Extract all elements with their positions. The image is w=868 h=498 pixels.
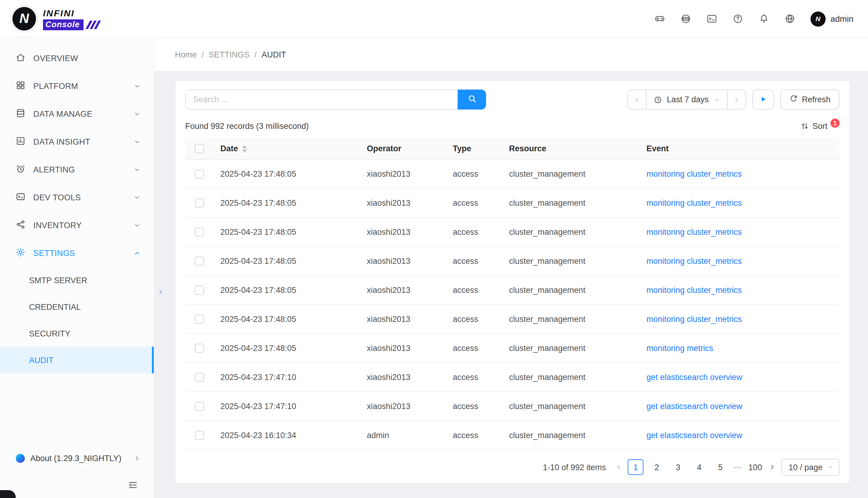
column-header-date[interactable]: Date bbox=[213, 144, 360, 153]
sidebar-item-alerting[interactable]: ALERTING bbox=[0, 156, 154, 183]
page-button-5[interactable]: 5 bbox=[712, 459, 728, 475]
row-checkbox[interactable] bbox=[195, 257, 204, 266]
sidebar-item-overview[interactable]: OVERVIEW bbox=[0, 44, 154, 72]
refresh-label: Refresh bbox=[802, 95, 830, 104]
table-row[interactable]: 2025-04-23 17:48:05 xiaoshi2013 access c… bbox=[185, 276, 840, 305]
page-button-3[interactable]: 3 bbox=[670, 459, 686, 475]
console-icon bbox=[16, 192, 25, 203]
cell-date: 2025-04-23 17:48:05 bbox=[213, 169, 360, 179]
page-button-4[interactable]: 4 bbox=[691, 459, 707, 475]
user-menu[interactable]: N admin bbox=[811, 11, 854, 26]
event-link[interactable]: monitoring cluster_metrics bbox=[646, 198, 742, 208]
table-row[interactable]: 2025-04-23 17:48:05 xiaoshi2013 access c… bbox=[185, 305, 840, 334]
terminal-icon[interactable] bbox=[707, 13, 717, 24]
sidebar-item-smtp-server[interactable]: SMTP SERVER bbox=[0, 267, 154, 293]
event-link[interactable]: monitoring cluster_metrics bbox=[646, 227, 742, 237]
page-button-2[interactable]: 2 bbox=[649, 459, 665, 475]
sidebar-item-inventory[interactable]: INVENTORY bbox=[0, 211, 154, 239]
cell-type: access bbox=[445, 198, 502, 208]
table-row[interactable]: 2025-04-23 17:47:10 xiaoshi2013 access c… bbox=[185, 392, 840, 421]
sort-label: Sort bbox=[812, 122, 827, 131]
cell-resource: cluster_management bbox=[502, 431, 639, 440]
event-link[interactable]: monitoring metrics bbox=[646, 344, 713, 353]
sidebar-item-data-manage[interactable]: DATA MANAGE bbox=[0, 100, 154, 128]
gamepad-icon[interactable] bbox=[654, 13, 665, 24]
event-link[interactable]: monitoring cluster_metrics bbox=[646, 169, 742, 179]
chevron-down-icon bbox=[713, 96, 720, 103]
table-row[interactable]: 2025-04-23 17:48:05 xiaoshi2013 access c… bbox=[185, 334, 840, 363]
web-icon[interactable] bbox=[681, 13, 691, 24]
cell-resource: cluster_management bbox=[502, 373, 639, 382]
prev-page-button[interactable] bbox=[615, 463, 622, 471]
time-range-prev-button[interactable] bbox=[627, 90, 646, 109]
column-header-event: Event bbox=[639, 144, 840, 153]
user-avatar: N bbox=[811, 11, 826, 26]
breadcrumb-home[interactable]: Home bbox=[175, 50, 197, 59]
cell-date: 2025-04-23 17:47:10 bbox=[213, 373, 360, 382]
refresh-button[interactable]: Refresh bbox=[780, 90, 840, 109]
event-link[interactable]: get elasticsearch overview bbox=[646, 431, 742, 440]
cell-date: 2025-04-23 17:48:05 bbox=[213, 257, 360, 266]
page-button-100[interactable]: 100 bbox=[747, 459, 763, 475]
sidebar-item-settings[interactable]: SETTINGS bbox=[0, 239, 154, 267]
table-row[interactable]: 2025-04-23 17:47:10 xiaoshi2013 access c… bbox=[185, 363, 840, 392]
event-link[interactable]: get elasticsearch overview bbox=[646, 402, 742, 411]
language-icon[interactable] bbox=[785, 13, 795, 24]
page-button-1[interactable]: 1 bbox=[628, 459, 644, 475]
event-link[interactable]: get elasticsearch overview bbox=[646, 373, 742, 382]
table-row[interactable]: 2025-04-23 16:10:34 admin access cluster… bbox=[185, 421, 840, 450]
row-checkbox[interactable] bbox=[195, 169, 204, 179]
notification-icon[interactable] bbox=[759, 13, 769, 24]
row-checkbox[interactable] bbox=[195, 402, 204, 411]
row-checkbox[interactable] bbox=[195, 373, 204, 382]
table-row[interactable]: 2025-04-23 17:48:05 xiaoshi2013 access c… bbox=[185, 218, 840, 247]
time-range-select[interactable]: Last 7 days bbox=[646, 90, 727, 109]
table-row[interactable]: 2025-04-23 17:48:05 xiaoshi2013 access c… bbox=[185, 189, 840, 218]
help-icon[interactable] bbox=[733, 13, 743, 24]
page-ellipsis[interactable]: ••• bbox=[734, 464, 742, 471]
chevron-down-icon bbox=[134, 110, 140, 117]
panel-expand-handle[interactable]: › bbox=[156, 283, 165, 301]
row-checkbox[interactable] bbox=[195, 431, 204, 440]
gear-icon bbox=[16, 247, 25, 259]
cell-type: access bbox=[445, 373, 502, 382]
app-root: N INFINI Console bbox=[0, 0, 868, 498]
row-checkbox[interactable] bbox=[195, 286, 204, 295]
table-row[interactable]: 2025-04-23 17:48:05 xiaoshi2013 access c… bbox=[185, 160, 840, 189]
sidebar-item-audit[interactable]: AUDIT bbox=[0, 347, 154, 374]
breadcrumb-current: AUDIT bbox=[261, 50, 286, 59]
table-row[interactable]: 2025-04-23 17:48:05 xiaoshi2013 access c… bbox=[185, 247, 840, 276]
time-range-next-button[interactable] bbox=[727, 90, 746, 109]
sort-control[interactable]: Sort 1 bbox=[800, 122, 840, 131]
cell-operator: xiaoshi2013 bbox=[360, 344, 445, 353]
sidebar-item-data-insight[interactable]: DATA INSIGHT bbox=[0, 128, 154, 156]
auto-refresh-play-button[interactable] bbox=[752, 90, 774, 109]
cell-type: access bbox=[445, 315, 502, 324]
event-link[interactable]: monitoring cluster_metrics bbox=[646, 257, 742, 266]
row-checkbox[interactable] bbox=[195, 198, 204, 208]
select-all-checkbox[interactable] bbox=[195, 144, 204, 153]
share-icon bbox=[16, 219, 25, 231]
page-size-select[interactable]: 10 / page bbox=[781, 459, 840, 476]
chevron-right-icon bbox=[134, 455, 140, 461]
row-checkbox[interactable] bbox=[195, 344, 204, 353]
page-size-value: 10 / page bbox=[788, 463, 822, 472]
search-input[interactable] bbox=[185, 90, 457, 109]
clock-icon bbox=[653, 95, 662, 104]
sidebar-item-credential[interactable]: CREDENTIAL bbox=[0, 293, 154, 320]
event-link[interactable]: monitoring cluster_metrics bbox=[646, 315, 742, 324]
app-logo[interactable]: N INFINI Console bbox=[11, 5, 99, 32]
search-button[interactable] bbox=[457, 90, 486, 109]
sidebar-item-platform[interactable]: PLATFORM bbox=[0, 72, 154, 100]
event-link[interactable]: monitoring cluster_metrics bbox=[646, 286, 742, 295]
row-checkbox[interactable] bbox=[195, 227, 204, 237]
sidebar-item-security[interactable]: SECURITY bbox=[0, 320, 154, 347]
menu-fold-icon[interactable] bbox=[128, 480, 138, 490]
sidebar-item-dev-tools[interactable]: DEV TOOLS bbox=[0, 183, 154, 211]
row-checkbox[interactable] bbox=[195, 315, 204, 324]
about-item[interactable]: About (1.29.3_NIGHTLY) bbox=[0, 445, 154, 471]
next-page-button[interactable] bbox=[768, 463, 776, 471]
cell-date: 2025-04-23 16:10:34 bbox=[213, 431, 360, 440]
sidebar-subitem-label: CREDENTIAL bbox=[29, 302, 81, 311]
logo-mark-icon: N bbox=[11, 5, 38, 32]
